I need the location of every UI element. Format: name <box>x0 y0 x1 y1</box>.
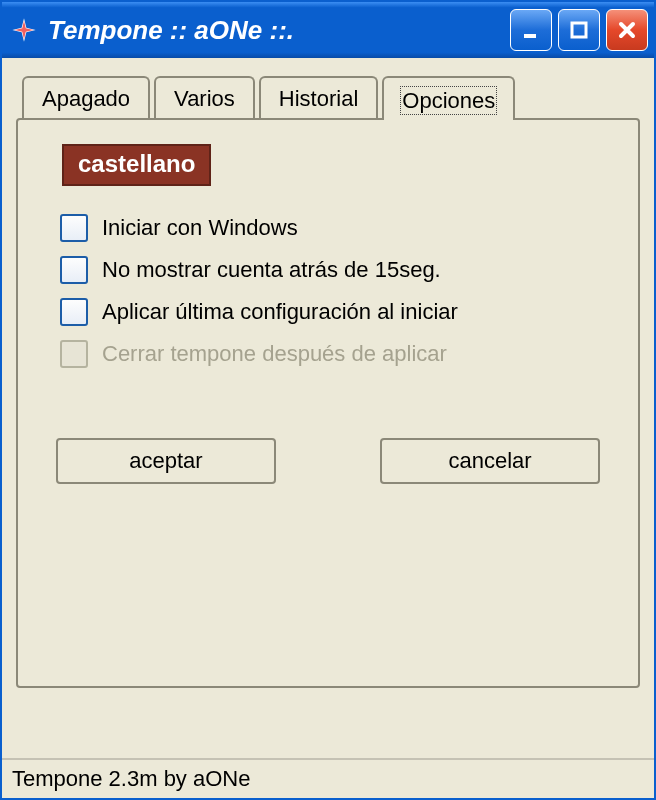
close-button[interactable] <box>606 9 648 51</box>
maximize-button[interactable] <box>558 9 600 51</box>
window-controls <box>510 9 648 51</box>
tab-varios[interactable]: Varios <box>154 76 255 118</box>
checkbox-start-windows[interactable] <box>60 214 88 242</box>
status-bar: Tempone 2.3m by aONe <box>2 758 654 798</box>
checkbox-no-countdown[interactable] <box>60 256 88 284</box>
language-badge[interactable]: castellano <box>62 144 211 186</box>
cancel-button[interactable]: cancelar <box>380 438 600 484</box>
checkbox-row-no-countdown: No mostrar cuenta atrás de 15seg. <box>60 256 610 284</box>
tab-opciones[interactable]: Opciones <box>382 76 515 120</box>
svg-rect-1 <box>572 23 586 37</box>
client-area: Apagado Varios Historial Opciones castel… <box>2 58 654 758</box>
tab-container: Apagado Varios Historial Opciones castel… <box>16 76 640 688</box>
checkbox-label: Cerrar tempone después de aplicar <box>102 341 447 367</box>
tab-panel-opciones: castellano Iniciar con Windows No mostra… <box>16 118 640 688</box>
tab-apagado[interactable]: Apagado <box>22 76 150 118</box>
checkbox-label: No mostrar cuenta atrás de 15seg. <box>102 257 441 283</box>
accept-button[interactable]: aceptar <box>56 438 276 484</box>
titlebar[interactable]: Tempone :: aONe ::. <box>2 2 654 58</box>
window: Tempone :: aONe ::. Apagado Varios Histo… <box>0 0 656 800</box>
minimize-button[interactable] <box>510 9 552 51</box>
checkbox-apply-last[interactable] <box>60 298 88 326</box>
tab-strip: Apagado Varios Historial Opciones <box>22 76 640 118</box>
tab-historial[interactable]: Historial <box>259 76 378 118</box>
checkbox-close-after <box>60 340 88 368</box>
svg-rect-0 <box>524 34 536 38</box>
checkbox-label: Aplicar última configuración al iniciar <box>102 299 458 325</box>
app-icon <box>10 16 38 44</box>
window-title: Tempone :: aONe ::. <box>48 15 510 46</box>
checkbox-label: Iniciar con Windows <box>102 215 298 241</box>
checkbox-row-start-windows: Iniciar con Windows <box>60 214 610 242</box>
button-row: aceptar cancelar <box>46 438 610 484</box>
checkbox-row-apply-last: Aplicar última configuración al iniciar <box>60 298 610 326</box>
checkbox-row-close-after: Cerrar tempone después de aplicar <box>60 340 610 368</box>
